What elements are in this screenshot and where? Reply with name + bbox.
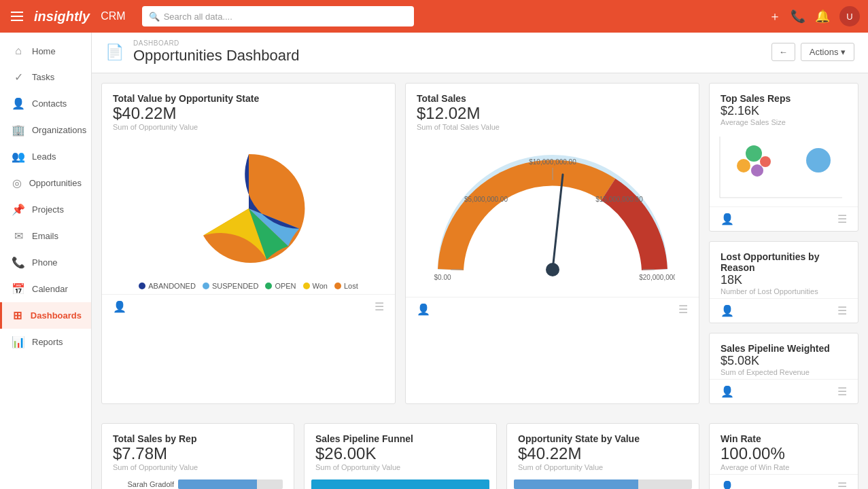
card-sales-by-rep-header: Total Sales by Rep $7.78M Sum of Opportu… [102, 424, 294, 474]
card-top-sales-sub: Average Sales Size [721, 118, 847, 126]
legend-open: OPEN [265, 282, 296, 290]
sidebar-label-home: Home [32, 46, 56, 56]
avatar[interactable]: U [839, 6, 860, 26]
card-sales-by-rep-value: $7.78M [113, 444, 283, 463]
search-bar[interactable]: 🔍 Search all data.... [142, 6, 414, 26]
nav-icons: ＋ 📞 🔔 U [769, 6, 860, 26]
card-top-sales-title: Top Sales Reps [721, 93, 847, 104]
card-opp-state-sub: Sum of Opportunity Value [518, 463, 688, 471]
dashboard-grid: Total Value by Opportunity State $40.22M… [92, 73, 868, 423]
reports-icon: 📊 [12, 336, 25, 348]
sidebar-item-reports[interactable]: 📊 Reports [0, 329, 91, 355]
sidebar-item-contacts[interactable]: 👤 Contacts [0, 90, 91, 117]
card-win-rate-sub: Average of Win Rate [721, 463, 847, 471]
scatter-dot [746, 145, 762, 162]
legend-abandoned: ABANDONED [139, 282, 196, 290]
card-sales-by-rep-title: Total Sales by Rep [113, 433, 283, 444]
notifications-icon[interactable]: 🔔 [815, 9, 830, 24]
card-lost-opps: Lost Opportunities by Reason 18K Number … [709, 241, 858, 323]
page-icon: 📄 [105, 43, 124, 61]
list-icon: ☰ [837, 385, 847, 398]
opportunities-icon: ◎ [12, 177, 22, 189]
sidebar-item-calendar[interactable]: 📅 Calendar [0, 276, 91, 302]
leads-icon: 👥 [12, 150, 25, 163]
sidebar: ⌂ Home ✓ Tasks 👤 Contacts 🏢 Organization… [0, 33, 92, 489]
emails-icon: ✉ [12, 230, 25, 242]
legend-won: Won [303, 282, 328, 290]
right-column: Top Sales Reps $2.16K Average Sales Size [709, 83, 858, 404]
menu-button[interactable] [8, 9, 26, 24]
dashboards-icon: ⊞ [12, 309, 24, 322]
bottom-row: Total Sales by Rep $7.78M Sum of Opportu… [92, 423, 868, 489]
card-total-sales-header: Total Sales $12.02M Sum of Total Sales V… [406, 84, 699, 134]
gauge-label-10m: $10,000,000.00 [529, 158, 576, 166]
card-sales-pipeline-header: Sales Pipeline Weighted $5.08K Sum of Ex… [710, 333, 858, 379]
legend-lost: Lost [334, 282, 358, 290]
card-win-rate-value: 100.00% [721, 444, 847, 463]
sidebar-item-emails[interactable]: ✉ Emails [0, 223, 91, 249]
bar-sarah: Sarah Gradolf [113, 479, 283, 489]
tasks-icon: ✓ [12, 71, 25, 84]
page-actions: ← Actions ▾ [771, 43, 854, 61]
opp-bar-bg-1 [514, 479, 692, 489]
add-button[interactable]: ＋ [769, 8, 781, 24]
card-funnel-title: Sales Pipeline Funnel [315, 433, 485, 444]
sidebar-item-tasks[interactable]: ✓ Tasks [0, 64, 91, 90]
sidebar-item-opportunities[interactable]: ◎ Opportunities [0, 170, 91, 196]
sidebar-label-calendar: Calendar [32, 284, 68, 294]
sidebar-label-tasks: Tasks [32, 72, 54, 82]
gauge-label-15m: $15,000,000.00 [595, 196, 643, 203]
legend-suspended: SUSPENDED [203, 282, 258, 290]
sidebar-label-emails: Emails [32, 231, 58, 241]
sidebar-item-dashboards[interactable]: ⊞ Dashboards [0, 302, 91, 329]
person-icon: 👤 [721, 213, 734, 225]
bar-label-sarah: Sarah Gradolf [113, 480, 174, 488]
list-icon: ☰ [375, 300, 384, 313]
sidebar-label-contacts: Contacts [32, 98, 67, 109]
sidebar-item-leads[interactable]: 👥 Leads [0, 143, 91, 170]
sidebar-label-phone: Phone [32, 257, 58, 268]
sidebar-item-organizations[interactable]: 🏢 Organizations [0, 117, 91, 143]
card-lost-opps-header: Lost Opportunities by Reason 18K Number … [710, 242, 858, 298]
sidebar-label-opportunities: Opportunities [29, 178, 82, 188]
card-win-rate: Win Rate 100.00% Average of Win Rate 👤 ☰ [709, 423, 858, 489]
pie-legend: ABANDONED SUSPENDED OPEN Won [139, 282, 358, 290]
phone-icon: 📞 [12, 256, 25, 269]
sidebar-item-projects[interactable]: 📌 Projects [0, 196, 91, 223]
search-icon: 🔍 [149, 12, 160, 22]
pie-chart [181, 141, 317, 276]
card-sales-by-rep-body: Sarah Gradolf Brian Bagley [102, 474, 294, 489]
app-name: CRM [101, 10, 125, 22]
card-total-value-amount: $40.22M [113, 104, 384, 123]
card-total-value-footer: 👤 ☰ [102, 294, 395, 319]
page-header: 📄 DASHBOARD Opportunities Dashboard ← Ac… [92, 33, 868, 73]
phone-icon[interactable]: 📞 [791, 9, 805, 24]
person-icon: 👤 [417, 303, 430, 316]
card-funnel-header: Sales Pipeline Funnel $26.00K Sum of Opp… [305, 424, 496, 474]
sidebar-item-home[interactable]: ⌂ Home [0, 38, 91, 64]
card-funnel-sub: Sum of Opportunity Value [315, 463, 485, 471]
actions-button[interactable]: Actions ▾ [801, 43, 854, 61]
card-sales-by-rep: Total Sales by Rep $7.78M Sum of Opportu… [101, 423, 294, 489]
main-content: 📄 DASHBOARD Opportunities Dashboard ← Ac… [92, 33, 868, 489]
card-opp-state: Opportunity State by Value $40.22M Sum o… [506, 423, 699, 489]
page-title-group: DASHBOARD Opportunities Dashboard [133, 39, 762, 65]
sidebar-label-dashboards: Dashboards [31, 310, 82, 321]
card-total-value: Total Value by Opportunity State $40.22M… [101, 83, 396, 404]
card-lost-opps-footer: 👤 ☰ [710, 298, 858, 323]
card-top-sales-footer: 👤 ☰ [710, 206, 858, 231]
bar-fill-sarah [178, 479, 257, 489]
opp-bar-container [507, 474, 699, 489]
funnel-container [305, 474, 496, 489]
card-funnel: Sales Pipeline Funnel $26.00K Sum of Opp… [304, 423, 497, 489]
back-button[interactable]: ← [771, 43, 795, 61]
card-sales-pipeline-title: Sales Pipeline Weighted [721, 343, 847, 354]
scatter-dot [737, 159, 750, 173]
sidebar-item-phone[interactable]: 📞 Phone [0, 249, 91, 276]
card-sales-pipeline: Sales Pipeline Weighted $5.08K Sum of Ex… [709, 333, 858, 404]
gauge-chart: $0.00 $5,000,000.00 $10,000,000.00 $15,0… [430, 141, 675, 290]
sidebar-label-organizations: Organizations [32, 125, 86, 135]
card-top-sales-header: Top Sales Reps $2.16K Average Sales Size [710, 84, 858, 129]
sidebar-label-reports: Reports [32, 337, 63, 347]
card-win-rate-footer: 👤 ☰ [710, 474, 858, 489]
